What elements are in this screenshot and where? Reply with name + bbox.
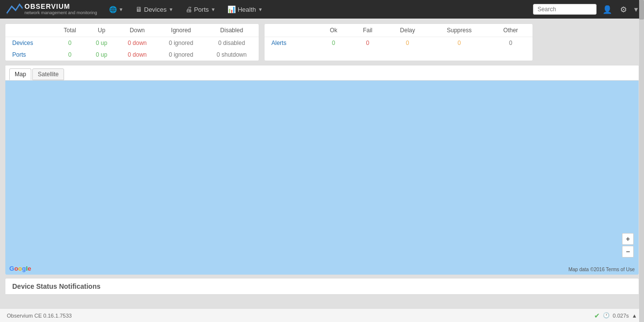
ports-down: 0 down <box>117 49 157 61</box>
globe-icon: 🌐 <box>109 6 117 13</box>
col-fail: Fail <box>350 24 385 37</box>
ports-up: 0 up <box>86 49 117 61</box>
device-status-header: Device Status Notifications <box>5 278 639 295</box>
gear-chevron: ▼ <box>633 6 639 13</box>
footer-bar: Observium CE 0.16.1.7533 ✔ 🕐 0.027s ▲ <box>0 308 644 322</box>
devices-disabled: 0 disabled <box>204 37 259 49</box>
tab-satellite[interactable]: Satellite <box>32 68 64 80</box>
col-suppress: Suppress <box>430 24 489 37</box>
tab-map[interactable]: Map <box>9 68 31 80</box>
zoom-out-button[interactable]: − <box>622 246 634 258</box>
alerts-suppress: 0 <box>430 37 489 49</box>
gear-icon[interactable]: ⚙ <box>618 5 629 14</box>
brand-logo[interactable]: OBSERVIUM network management and monitor… <box>5 1 97 17</box>
map-container: Map Satellite + − Google Map data ©2016 … <box>5 65 639 275</box>
devices-row: Devices 0 0 up 0 down 0 ignored 0 disabl… <box>5 37 259 49</box>
col-disabled: Disabled <box>204 24 259 37</box>
alerts-label[interactable]: Alerts <box>265 37 317 49</box>
col-up: Up <box>86 24 117 37</box>
devices-total: 0 <box>54 37 86 49</box>
zoom-in-button[interactable]: + <box>622 233 634 245</box>
device-status-title: Device Status Notifications <box>12 282 101 290</box>
col-ok: Ok <box>317 24 350 37</box>
alerts-ok: 0 <box>317 37 350 49</box>
col-delay: Delay <box>385 24 429 37</box>
nav-item-ports[interactable]: 🖨 Ports ▼ <box>180 0 221 19</box>
col-empty <box>5 24 54 37</box>
main-content: Total Up Down Ignored Disabled Devices 0… <box>0 19 644 308</box>
google-logo: Google <box>9 265 31 272</box>
map-body[interactable]: + − Google Map data ©2016 Terms of Use <box>5 81 639 275</box>
alerts-other: 0 <box>489 37 533 49</box>
timing-chevron: ▲ <box>632 313 637 319</box>
scrollbar[interactable] <box>639 0 644 322</box>
footer-right: ✔ 🕐 0.027s ▲ <box>594 312 637 320</box>
left-stats-table: Total Up Down Ignored Disabled Devices 0… <box>5 23 259 61</box>
right-stats-table: Ok Fail Delay Suppress Other Alerts 0 0 <box>264 23 533 61</box>
devices-icon: 🖥 <box>135 5 142 13</box>
col-alerts-empty <box>265 24 317 37</box>
ports-ignored: 0 ignored <box>157 49 205 61</box>
brand-text: OBSERVIUM network management and monitor… <box>24 3 97 15</box>
ports-row: Ports 0 0 up 0 down 0 ignored 0 shutdown <box>5 49 259 61</box>
col-other: Other <box>489 24 533 37</box>
ports-total: 0 <box>54 49 86 61</box>
footer-timing: 0.027s <box>613 313 629 319</box>
clock-icon: 🕐 <box>603 312 610 319</box>
map-zoom-controls: + − <box>622 233 634 258</box>
scrollbar-thumb[interactable] <box>639 0 644 20</box>
ports-label[interactable]: Ports <box>5 49 54 61</box>
alerts-delay: 0 <box>385 37 429 49</box>
col-ignored: Ignored <box>157 24 205 37</box>
ports-disabled: 0 shutdown <box>204 49 259 61</box>
stats-row: Total Up Down Ignored Disabled Devices 0… <box>5 23 639 61</box>
user-icon[interactable]: 👤 <box>600 5 614 14</box>
nav-item-devices[interactable]: 🖥 Devices ▼ <box>131 0 178 19</box>
map-tabs: Map Satellite <box>5 65 639 81</box>
navbar-right: 👤 ⚙ ▼ <box>533 4 639 15</box>
col-down: Down <box>117 24 157 37</box>
col-total: Total <box>54 24 86 37</box>
devices-label[interactable]: Devices <box>5 37 54 49</box>
navbar: OBSERVIUM network management and monitor… <box>0 0 644 19</box>
footer-version: Observium CE 0.16.1.7533 <box>7 313 72 319</box>
map-credits: Map data ©2016 Terms of Use <box>568 267 635 272</box>
alerts-fail: 0 <box>350 37 385 49</box>
alerts-row: Alerts 0 0 0 0 0 <box>265 37 533 49</box>
search-input[interactable] <box>533 4 597 15</box>
health-icon: 📊 <box>227 5 236 13</box>
nav-globe[interactable]: 🌐 ▼ <box>104 0 129 19</box>
devices-ignored: 0 ignored <box>157 37 205 49</box>
check-icon: ✔ <box>594 312 600 320</box>
nav-item-health[interactable]: 📊 Health ▼ <box>222 0 267 19</box>
ports-icon: 🖨 <box>185 5 192 13</box>
devices-up: 0 up <box>86 37 117 49</box>
devices-down: 0 down <box>117 37 157 49</box>
